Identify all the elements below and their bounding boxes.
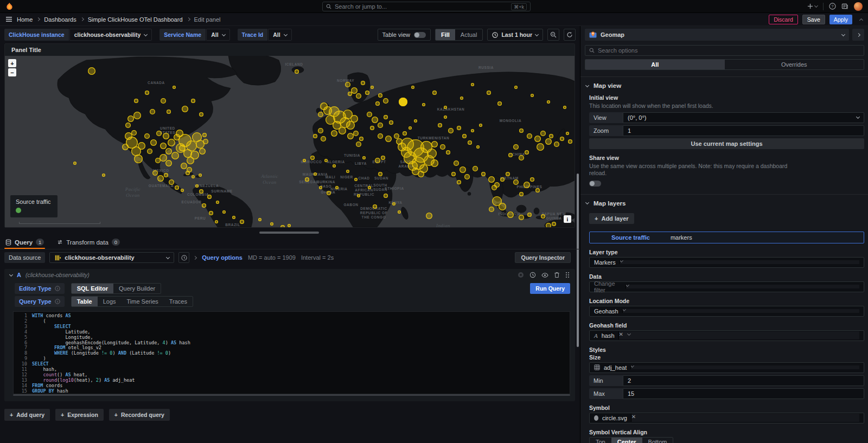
tab-all[interactable]: All (585, 60, 725, 69)
fill-option[interactable]: Fill (436, 29, 455, 40)
add-layer-button[interactable]: +Add layer (589, 213, 634, 224)
query-options-link[interactable]: Query options (202, 254, 242, 261)
variable-value-dropdown[interactable]: All (206, 29, 229, 41)
run-query-button[interactable]: Run Query (530, 283, 570, 294)
query-type-traces[interactable]: Traces (164, 297, 193, 306)
refresh-button[interactable] (564, 29, 576, 41)
clear-icon[interactable]: ✕ (631, 414, 636, 420)
map-marker (326, 115, 335, 125)
sql-code[interactable]: WITH coords AS ( SELECT Latitude, Longit… (32, 313, 570, 394)
editor-type-row: Editor Type i SQL Editor Query Builder R… (15, 283, 570, 294)
clear-icon[interactable]: ✕ (619, 331, 623, 337)
map-zoom-in-button[interactable]: + (8, 59, 16, 67)
add-query-button[interactable]: +Add query (4, 409, 50, 421)
section-map-view[interactable]: Map view (580, 77, 868, 89)
query-type-timeseries[interactable]: Time Series (122, 297, 164, 306)
variable-value-dropdown[interactable]: All (268, 29, 291, 41)
view-field-label: View (589, 112, 623, 123)
save-button[interactable]: Save (802, 15, 825, 24)
query-builder-option[interactable]: Query Builder (113, 284, 161, 293)
map-marker (438, 123, 442, 127)
symbol-select[interactable]: circle.svg ✕ (589, 413, 864, 423)
search-shortcut: ⌘+k (511, 3, 527, 10)
data-select[interactable]: Change filter (589, 281, 864, 292)
layer-card[interactable]: Source traffic markers (589, 232, 864, 243)
max-input[interactable]: 15 (623, 388, 864, 399)
add-expression-button[interactable]: +Expression (55, 409, 104, 421)
trash-icon[interactable] (554, 272, 560, 278)
pane-resize-handle[interactable] (259, 232, 319, 234)
query-type-logs[interactable]: Logs (98, 297, 122, 306)
map-marker (534, 136, 541, 142)
breadcrumb-dashboards[interactable]: Dashboards (44, 16, 76, 23)
help-icon[interactable]: ? (829, 3, 836, 10)
grafana-logo[interactable] (5, 2, 14, 10)
zoom-out-time-button[interactable] (547, 29, 559, 41)
tab-overrides[interactable]: Overrides (725, 60, 864, 69)
query-type-table[interactable]: Table (72, 297, 98, 306)
location-mode-select[interactable]: Geohash (589, 306, 864, 317)
collapse-options-icon[interactable] (859, 18, 863, 22)
map-marker (280, 225, 285, 227)
drag-grip-icon[interactable] (565, 272, 570, 278)
datasource-help-button[interactable] (178, 252, 189, 263)
collapse-query-icon[interactable] (9, 272, 13, 276)
share-view-toggle[interactable] (589, 181, 601, 187)
align-center-option[interactable]: Center (611, 438, 642, 443)
size-select[interactable]: adj_heat (589, 362, 864, 373)
user-avatar[interactable] (854, 2, 863, 11)
time-range-picker[interactable]: Last 1 hour (487, 29, 543, 41)
view-select[interactable]: (0°, 0°) (623, 112, 864, 123)
layer-type-select[interactable]: Markers (589, 257, 864, 268)
tab-query[interactable]: Query 1 (4, 239, 45, 249)
news-icon[interactable] (841, 3, 848, 10)
map-marker (102, 174, 105, 177)
sql-editor-scrollbar[interactable] (13, 394, 570, 396)
query-inspector-button[interactable]: Query Inspector (515, 252, 571, 263)
table-view-toggle[interactable]: Table view (378, 29, 431, 41)
menu-icon[interactable] (5, 16, 12, 22)
map-marker (318, 128, 323, 133)
map-marker (181, 189, 184, 192)
visualization-picker[interactable]: Geomap (585, 29, 849, 41)
align-bottom-option[interactable]: Bottom (642, 438, 673, 443)
add-recorded-query-button[interactable]: +Recorded query (109, 409, 170, 421)
breadcrumb-home[interactable]: Home (17, 16, 33, 23)
global-search-input[interactable]: Search or jump to... ⌘+k (322, 2, 531, 11)
sql-editor-option[interactable]: SQL Editor (72, 284, 113, 293)
legend-title: Source traffic (16, 198, 51, 205)
map-marker (202, 203, 206, 208)
panel-header[interactable]: Panel Title (5, 44, 575, 56)
section-map-layers[interactable]: Map layers (580, 195, 868, 207)
variable-value-dropdown[interactable]: clickhouse-observability (69, 29, 152, 41)
geohash-field-select[interactable]: A hash ✕ (589, 330, 864, 341)
toggle-options-pane-button[interactable] (852, 29, 864, 41)
geomap-panel[interactable]: Panel Title (4, 43, 575, 228)
datasource-picker[interactable]: clickhouse-observability (49, 252, 174, 263)
toggle-switch[interactable] (414, 32, 426, 38)
apply-button[interactable]: Apply (829, 15, 852, 24)
zoom-input[interactable]: 1 (623, 125, 864, 136)
align-top-option[interactable]: Top (590, 438, 611, 443)
query-options[interactable]: Query options MD = auto = 1909 Interval … (194, 254, 334, 261)
variable-label: ClickHouse instance (4, 29, 69, 41)
history-icon[interactable] (529, 272, 536, 278)
breadcrumb-dashboard-name[interactable]: Simple ClickHouse OTel Dashboard (88, 16, 183, 23)
tab-transform-data[interactable]: Transform data 0 (56, 239, 121, 249)
map-marker (487, 91, 491, 95)
sql-editor[interactable]: 123456789101112131415 WITH coords AS ( S… (13, 311, 570, 394)
new-menu-button[interactable] (807, 3, 818, 9)
options-search-input[interactable]: Search options (585, 45, 864, 56)
map-zoom-out-button[interactable]: − (8, 68, 16, 76)
use-current-map-settings-button[interactable]: Use current map settings (589, 138, 864, 149)
discard-button[interactable]: Discard (769, 15, 798, 24)
info-circle-icon[interactable] (518, 272, 524, 278)
eye-icon[interactable] (541, 272, 548, 278)
map-marker (354, 178, 358, 181)
actual-option[interactable]: Actual (455, 29, 483, 40)
map-attribution-button[interactable]: i (564, 215, 571, 223)
world-map[interactable]: RUSSIACANADAICELANDNORWAYUNITED STATESKA… (5, 56, 575, 227)
query-row-header[interactable]: A (clickhouse-observability) (4, 269, 575, 281)
layer-name[interactable]: Source traffic (611, 234, 650, 241)
min-input[interactable]: 2 (623, 375, 864, 386)
